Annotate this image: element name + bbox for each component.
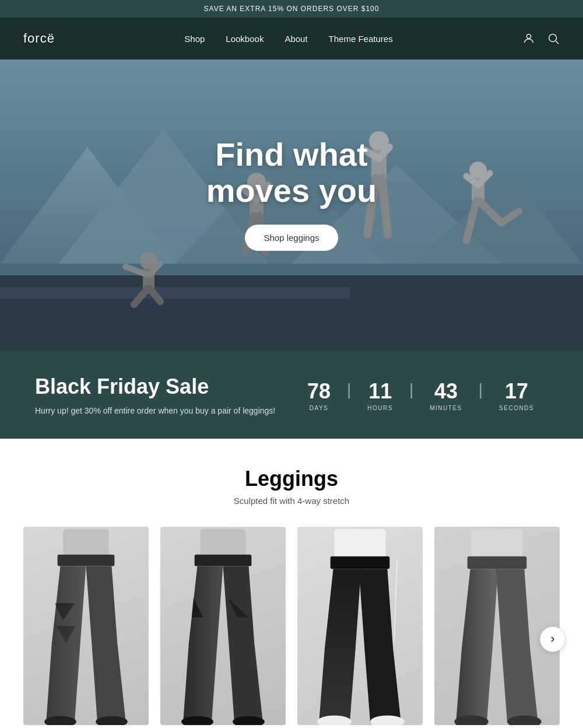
product-card[interactable]: Bolt Legging $75 ★★★★★ 35 [160,527,286,728]
nav-shop[interactable]: Shop [184,34,205,44]
svg-rect-11 [0,299,292,310]
countdown-timer: 78 DAYS | 11 HOURS | 43 MINUTES | 17 SEC… [293,379,548,411]
nav-lookbook[interactable]: Lookbook [226,34,264,44]
account-icon[interactable] [522,32,535,45]
sale-banner: Black Friday Sale Hurry up! get 30% off … [0,351,583,439]
hero-section: Find what moves you Shop leggings [0,60,583,351]
product-card[interactable]: Bolt Legging Grey $115 ★★★★★ 35 [23,527,149,728]
countdown-divider-3: | [476,380,485,399]
svg-rect-51 [468,556,527,569]
products-carousel: Bolt Legging Grey $115 ★★★★★ 35 [23,527,560,728]
countdown-minutes: 43 MINUTES [416,379,476,411]
product-image [297,527,423,725]
svg-rect-10 [0,287,350,299]
shop-leggings-button[interactable]: Shop leggings [245,225,338,251]
svg-rect-38 [58,555,115,566]
products-grid: Bolt Legging Grey $115 ★★★★★ 35 [23,527,560,728]
hero-content: Find what moves you Shop leggings [206,136,377,251]
search-icon[interactable] [547,32,560,45]
products-title: Leggings [23,467,560,491]
svg-line-47 [394,561,397,643]
svg-rect-50 [472,529,523,561]
header-icons [522,32,560,45]
announcement-text: SAVE AN EXTRA 15% ON ORDERS OVER $100 [204,5,380,13]
svg-line-2 [556,41,559,44]
sale-description: Hurry up! get 30% off entire order when … [35,406,275,415]
svg-point-1 [549,34,557,42]
sale-title: Black Friday Sale [35,374,275,399]
svg-rect-9 [0,275,583,351]
countdown-divider-2: | [407,380,416,399]
header: forcë Shop Lookbook About Theme Features [0,18,583,60]
countdown-days: 78 DAYS [293,379,345,411]
svg-rect-37 [63,529,108,558]
svg-point-0 [526,34,531,38]
main-nav: Shop Lookbook About Theme Features [184,34,392,44]
announcement-bar: SAVE AN EXTRA 15% ON ORDERS OVER $100 [0,0,583,18]
product-image [434,527,560,725]
svg-rect-41 [200,529,245,558]
countdown-hours: 11 HOURS [353,379,407,411]
products-subtitle: Sculpted fit with 4-way stretch [23,496,560,506]
nav-theme-features[interactable]: Theme Features [329,34,393,44]
countdown-divider-1: | [345,380,353,399]
sale-info: Black Friday Sale Hurry up! get 30% off … [35,374,275,415]
countdown-seconds: 17 SECONDS [485,379,548,411]
carousel-next-button[interactable] [540,626,566,652]
product-card[interactable]: Calatrav... ★★★★★ 35 [434,527,560,728]
product-image [160,527,286,725]
svg-rect-46 [331,556,390,569]
product-image [23,527,149,725]
logo[interactable]: forcë [23,31,55,46]
product-card[interactable]: Velvet Legging $88 ★★★★★ 35 [297,527,423,728]
svg-line-29 [382,178,388,235]
products-section: Leggings Sculpted fit with 4-way stretch [0,439,583,728]
svg-rect-45 [335,529,386,561]
svg-rect-42 [195,555,252,566]
hero-title: Find what moves you [206,136,377,208]
nav-about[interactable]: About [285,34,307,44]
